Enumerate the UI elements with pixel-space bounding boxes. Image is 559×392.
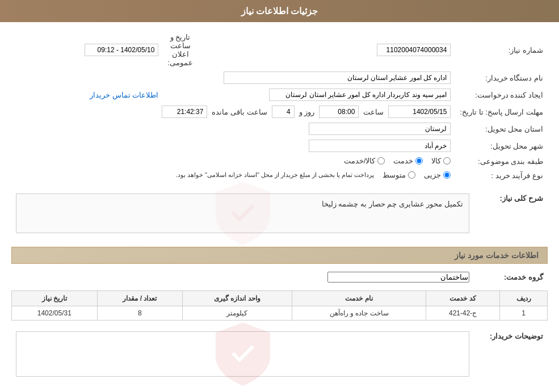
category-radio-group: کالا خدمت کالا/خدمت	[344, 157, 451, 165]
purchase-type-jozi: جزیی	[424, 171, 451, 179]
reply-remaining-label: ساعت باقی مانده	[212, 108, 267, 116]
purchase-jozi-label: جزیی	[424, 171, 441, 179]
category-kala: کالا	[431, 157, 451, 165]
services-section-title: اطلاعات خدمات مورد نیاز	[11, 247, 548, 264]
purchase-note: پرداخت تمام یا بخشی از مبلغ خریدار از مح…	[176, 171, 375, 179]
description-area: تکمیل محور عشایری چم حصار به چشمه زلیخا	[16, 193, 469, 233]
purchase-type-label: نوع فرآیند خرید :	[455, 168, 548, 183]
province-label: استان محل تحویل:	[455, 120, 548, 137]
category-label: طبقه بندی موضوعی:	[455, 154, 548, 168]
announce-date-label: تاریخ و ساعت اعلان عمومی:	[163, 31, 197, 69]
buyer-notes-label: توضیحات خریدار:	[474, 326, 548, 382]
cell-qty: 8	[97, 306, 182, 321]
city-input	[309, 140, 451, 152]
purchase-motavaset-label: متوسط	[383, 171, 406, 179]
col-date: تاریخ نیاز	[12, 291, 98, 306]
announce-date-input	[85, 44, 158, 56]
category-kala-label: کالا	[431, 157, 441, 165]
col-unit: واحد اندازه گیری	[183, 291, 292, 306]
cell-row: 1	[500, 306, 548, 321]
purchase-type-motavaset: متوسط	[383, 171, 415, 179]
contact-link[interactable]: اطلاعات تماس خریدار	[90, 91, 158, 99]
purchase-motavaset-radio[interactable]	[408, 171, 415, 179]
cell-code: ج-42-421	[426, 306, 500, 321]
watermark-shield	[209, 179, 277, 248]
col-qty: تعداد / مقدار	[97, 291, 182, 306]
table-row: 1 ج-42-421 ساخت جاده و راه‌آهن کیلومتر 8…	[12, 306, 548, 321]
city-label: شهر محل تحویل:	[455, 137, 548, 154]
creator-label: ایجاد کننده درخواست:	[455, 86, 548, 103]
reply-deadline-label: مهلت ارسال پاسخ: تا تاریخ:	[455, 103, 548, 120]
description-text: تکمیل محور عشایری چم حصار به چشمه زلیخا	[19, 197, 466, 211]
reply-time-input	[319, 106, 359, 118]
buyer-notes-area	[16, 331, 469, 377]
category-khadamat-label: خدمت	[393, 157, 413, 165]
reply-days-input	[272, 106, 295, 118]
reply-date-input	[388, 106, 451, 118]
category-khadamat-radio[interactable]	[415, 157, 423, 165]
creator-input	[269, 88, 451, 101]
cell-date: 1402/05/31	[12, 306, 98, 321]
province-input	[309, 123, 451, 135]
buyer-org-label: نام دستگاه خریدار:	[455, 69, 548, 86]
notes-watermark	[209, 319, 277, 389]
cell-unit: کیلومتر	[183, 306, 292, 321]
service-group-label: گروه خدمت:	[474, 269, 548, 285]
col-name: نام خدمت	[292, 291, 426, 306]
category-khadamat: خدمت	[393, 157, 423, 165]
buyer-org-input	[224, 71, 451, 84]
cell-name: ساخت جاده و راه‌آهن	[292, 306, 426, 321]
service-group-input	[327, 272, 469, 283]
need-number-input	[377, 44, 451, 56]
need-number-label: شماره نیاز:	[455, 31, 548, 69]
services-table: ردیف کد خدمت نام خدمت واحد اندازه گیری ت…	[11, 290, 548, 321]
reply-time-label: ساعت	[363, 108, 384, 116]
description-label: شرح کلی نیاز:	[474, 188, 548, 238]
category-kala-khadamat-radio[interactable]	[377, 157, 385, 165]
purchase-jozi-radio[interactable]	[443, 171, 451, 179]
col-code: کد خدمت	[426, 291, 500, 306]
reply-days-label: روز و	[299, 108, 315, 116]
reply-remaining-input	[162, 106, 207, 118]
purchase-type-radio-group: جزیی متوسط پرداخت تمام یا بخشی از مبلغ خ…	[176, 171, 451, 179]
col-row: ردیف	[500, 291, 548, 306]
page-title: جزئیات اطلاعات نیاز	[241, 6, 318, 16]
page-header: جزئیات اطلاعات نیاز	[0, 0, 559, 22]
category-kala-khadamat-label: کالا/خدمت	[344, 157, 376, 165]
category-kala-radio[interactable]	[443, 157, 451, 165]
category-kala-khadamat: کالا/خدمت	[344, 157, 385, 165]
